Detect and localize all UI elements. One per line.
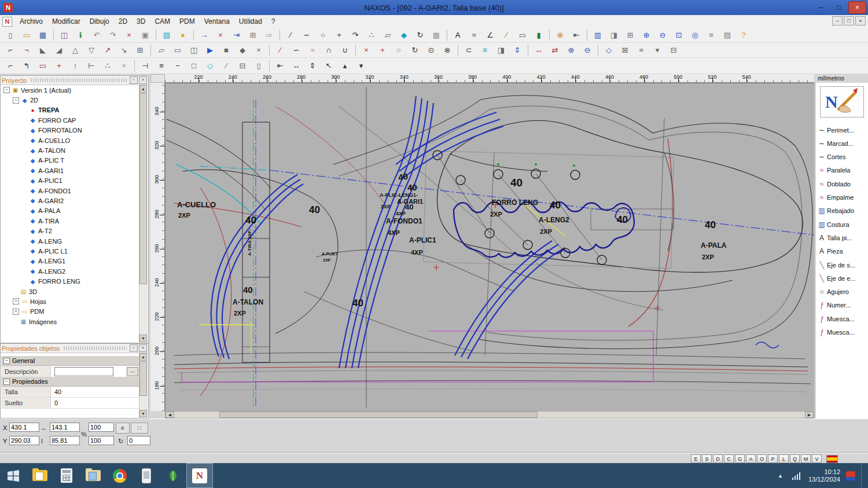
close-button[interactable]: × [848,1,866,14]
tool-pieza[interactable]: APieza [816,245,867,258]
toolbar-button[interactable]: ⊕ [564,43,579,57]
tool-numer[interactable]: ƒNumer... [816,299,867,312]
menu-pdm[interactable]: PDM [175,16,200,27]
snap-key-p[interactable]: P [768,454,778,463]
tool-agujero[interactable]: ○Agujero [816,285,867,299]
toolbar-button[interactable]: ▾ [650,43,665,57]
toolbar-button[interactable]: ⊡ [671,28,686,42]
toolbar-button[interactable]: ∴ [364,28,379,42]
toolbar-button[interactable]: ↶ [89,28,104,42]
toolbar-button[interactable]: ⇕ [305,59,320,72]
taskbar-app-explorer-folder[interactable] [27,463,53,488]
toolbar-button[interactable]: ⌐ [3,59,18,72]
tree-item-a-leng[interactable]: ◆A-LENG [1,236,139,246]
suelto-value[interactable]: 0 [51,398,139,408]
tree-expander-icon[interactable]: − [3,87,10,93]
cad-drawing[interactable]: A-CUELLO2XP4040A-TIRA 2XP-40A-TALON2XP40… [165,83,814,411]
tree-item-trepa[interactable]: ●TREPA [1,105,139,115]
y-coordinate-input[interactable] [9,436,39,445]
toolbar-button[interactable]: ≈ [634,43,649,57]
toolbar-button[interactable]: ∠ [483,28,498,42]
tree-item-a-fondo1[interactable]: ◆A-FONDO1 [1,186,139,196]
zoom-y-input[interactable] [89,436,114,445]
panel-dock-icon[interactable]: ▫ [130,344,138,352]
toolbar-button[interactable]: ▭ [19,28,34,42]
toolbar-button[interactable]: ∕ [273,43,288,57]
toolbar-button[interactable]: ↗ [100,43,115,57]
tree-item-hojas[interactable]: +▭Hojas [1,296,139,306]
toolbar-button[interactable]: ▭ [515,28,530,42]
tree-item-im-genes[interactable]: ▦Imágenes [1,317,139,326]
snap-key-g[interactable]: G [735,454,745,463]
toolbar-button[interactable]: ↰ [19,59,34,72]
toolbar-button[interactable]: ∽ [299,28,314,42]
properties-scrollbar[interactable]: ▲ ▼ [139,353,148,417]
description-input[interactable] [54,367,113,376]
tree-item-a-cuello[interactable]: ◆A-CUELLO [1,135,139,145]
section-properties[interactable]: − Propiedades [1,377,139,387]
toolbar-button[interactable]: ▶ [203,43,218,57]
toolbar-button[interactable]: ≡ [154,59,169,72]
toolbar-button[interactable]: ≈ [466,28,481,42]
toolbar-button[interactable]: ∪ [337,43,352,57]
network-signal-icon[interactable] [791,472,800,480]
toolbar-button[interactable]: ↷ [105,28,120,42]
taskbar-app-start[interactable] [0,463,27,488]
toolbar-button[interactable]: ↔ [289,59,304,72]
toolbar-button[interactable]: ≈ [305,43,320,57]
tree-item-a-gari1[interactable]: ◆A-GARI1 [1,166,139,175]
tool-marcad[interactable]: ∼Marcad... [816,137,867,150]
toolbar-button[interactable]: × [116,59,131,72]
taskbar-app-naxos[interactable]: N [186,463,213,488]
toolbar-button[interactable]: ◆ [235,43,250,57]
tray-program-icon[interactable] [846,471,855,480]
tree-item-forro-leng[interactable]: ◆FORRO LENG [1,276,139,286]
tree-item-a-plic-t[interactable]: ◆A-PLIC T [1,156,139,166]
toolbar-button[interactable]: ⊗ [440,43,455,57]
project-panel-header[interactable]: Proyecto ▫ × [1,76,148,85]
toolbar-button[interactable]: ? [736,28,751,42]
x-coordinate-input[interactable] [9,423,39,432]
toolbar-button[interactable]: ⊠ [617,43,632,57]
toolbar-button[interactable]: ⊕ [553,28,568,42]
toolbar-button[interactable]: ▭ [170,43,185,57]
toolbar-button[interactable]: + [332,28,347,42]
show-desktop-button[interactable] [861,463,865,488]
tree-item-a-leng1[interactable]: ◆A-LENG1 [1,256,139,266]
tree-item-pdm[interactable]: +▭PDM [1,307,139,317]
panel-dock-icon[interactable]: ▫ [130,76,138,84]
toolbar-button[interactable]: ⇨ [262,28,277,42]
menu-modificar[interactable]: Modificar [47,16,85,27]
tree-item-a-gari2[interactable]: ◆A-GARI2 [1,196,139,206]
snap-key-d[interactable]: D [713,454,723,463]
toolbar-button[interactable]: ↑ [68,59,83,72]
tool-rebajado[interactable]: ▥Rebajado [816,204,867,218]
toolbar-button[interactable]: ▭ [35,59,50,72]
toolbar-button[interactable]: ▯ [251,59,266,72]
zoom-x-input[interactable] [89,423,114,432]
tree-item-a-t2[interactable]: ◆A-T2 [1,226,139,236]
snap-key-s[interactable]: S [702,454,712,463]
toolbar-button[interactable]: ↻ [413,28,428,42]
toolbar-button[interactable]: ▱ [154,43,169,57]
toolbar-button[interactable]: ◣ [35,43,50,57]
tree-item-forro-cap[interactable]: ◆FORRO CAP [1,115,139,125]
height-input[interactable] [50,436,80,445]
toolbar-button[interactable]: ◇ [601,43,616,57]
tree-expander-icon[interactable]: + [13,298,19,304]
menu-[interactable]: ? [267,16,280,27]
toolbar-button[interactable]: ⊞ [623,28,638,42]
toolbar-button[interactable]: ⊕ [639,28,654,42]
panel-close-icon[interactable]: × [139,344,147,352]
toolbar-button[interactable]: ▱ [380,28,395,42]
toolbar-button[interactable]: ◨ [494,43,509,57]
toolbar-button[interactable]: ◫ [186,43,201,57]
taskbar-app-cad-green[interactable] [160,463,186,488]
toolbar-button[interactable]: ↘ [116,43,131,57]
toolbar-button[interactable]: ⇥ [229,28,244,42]
tree-item-3d[interactable]: ▤3D [1,287,139,296]
toolbar-button[interactable]: ◨ [606,28,621,42]
list-mode-icon[interactable]: ≡ [116,423,130,434]
tool-paralela[interactable]: ≈Paralela [816,164,867,177]
taskbar-clock[interactable]: 10:12 13/12/2024 [808,468,840,483]
